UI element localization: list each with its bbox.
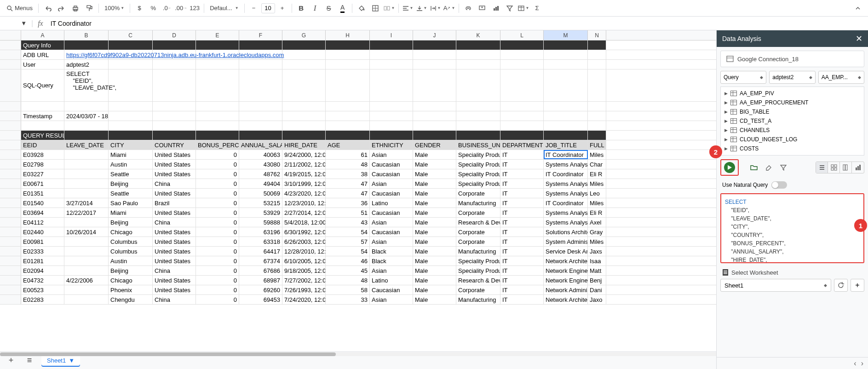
cell[interactable]: Caucasian bbox=[370, 189, 413, 198]
cell[interactable]: 3/10/1999, 12:00 bbox=[282, 179, 326, 188]
cell[interactable]: United States bbox=[153, 227, 196, 236]
cell[interactable]: Systems Analyst bbox=[544, 179, 588, 188]
cell[interactable]: 57 bbox=[326, 237, 370, 246]
row-header[interactable] bbox=[0, 69, 21, 101]
cell[interactable]: IT bbox=[500, 276, 544, 285]
cell[interactable]: IT bbox=[500, 179, 544, 188]
cell[interactable]: 0 bbox=[196, 169, 239, 179]
cell[interactable] bbox=[370, 50, 413, 59]
cell[interactable] bbox=[413, 69, 456, 101]
comment-button[interactable] bbox=[476, 2, 489, 15]
cell[interactable] bbox=[153, 69, 196, 101]
cell[interactable] bbox=[544, 131, 588, 140]
cell[interactable]: Miami bbox=[109, 208, 153, 217]
cell[interactable] bbox=[456, 111, 500, 121]
row-header[interactable] bbox=[0, 227, 21, 236]
cell[interactable]: User bbox=[21, 60, 64, 69]
cell[interactable]: IT bbox=[500, 150, 544, 159]
cell[interactable]: Matt bbox=[588, 266, 606, 275]
open-button[interactable] bbox=[749, 162, 759, 173]
cell[interactable] bbox=[196, 131, 239, 140]
row-header[interactable] bbox=[0, 295, 21, 304]
cell[interactable] bbox=[109, 102, 153, 111]
cell[interactable]: 0 bbox=[196, 295, 239, 304]
print-button[interactable] bbox=[69, 2, 82, 15]
cell[interactable]: E02798 bbox=[21, 160, 64, 169]
cell[interactable] bbox=[109, 121, 153, 130]
cell[interactable] bbox=[196, 102, 239, 111]
percent-button[interactable]: % bbox=[147, 2, 160, 15]
schema-select[interactable]: adptest2◆ bbox=[769, 71, 815, 84]
cell[interactable]: 48762 bbox=[239, 169, 282, 179]
cell[interactable]: GENDER bbox=[413, 140, 456, 150]
cell[interactable] bbox=[109, 69, 153, 101]
cell[interactable]: CITY bbox=[109, 140, 153, 150]
cell[interactable]: Dani bbox=[588, 285, 606, 294]
cell[interactable]: DEPARTMENT bbox=[500, 140, 544, 150]
cell[interactable]: 53215 bbox=[239, 198, 282, 208]
cell[interactable]: Male bbox=[413, 179, 456, 188]
cell[interactable] bbox=[413, 40, 456, 50]
row-header[interactable] bbox=[0, 285, 21, 294]
cell[interactable]: 48 bbox=[326, 160, 370, 169]
cell[interactable] bbox=[153, 40, 196, 50]
cell[interactable] bbox=[64, 150, 109, 159]
tree-item[interactable]: ▶COSTS bbox=[721, 144, 864, 153]
cell[interactable]: 5/4/2018, 12:00: bbox=[282, 218, 326, 227]
cell[interactable]: Seattle bbox=[109, 189, 153, 198]
cell[interactable] bbox=[21, 102, 64, 111]
cell[interactable]: IT bbox=[500, 285, 544, 294]
cell[interactable]: 2/27/2014, 12:00 bbox=[282, 208, 326, 217]
horizontal-scrollbar[interactable] bbox=[0, 352, 716, 356]
sheet-tab[interactable]: Sheet1▼ bbox=[41, 354, 80, 367]
cell[interactable]: Male bbox=[413, 169, 456, 179]
cell[interactable]: Austin bbox=[109, 256, 153, 265]
cell[interactable]: Male bbox=[413, 150, 456, 159]
cell[interactable]: LEAVE_DATE bbox=[64, 140, 109, 150]
cell[interactable]: Eli R bbox=[588, 208, 606, 217]
cell[interactable]: Speciality Produ bbox=[456, 179, 500, 188]
cell[interactable]: Male bbox=[413, 295, 456, 304]
cell[interactable]: E03694 bbox=[21, 208, 64, 217]
formula-input[interactable] bbox=[48, 20, 864, 27]
cell[interactable]: Miles bbox=[588, 237, 606, 246]
row-header[interactable] bbox=[0, 208, 21, 217]
cell[interactable]: E00671 bbox=[21, 179, 64, 188]
cell[interactable]: United States bbox=[153, 256, 196, 265]
cell[interactable]: Corporate bbox=[456, 227, 500, 236]
cell[interactable]: 12/23/2010, 12:0 bbox=[282, 198, 326, 208]
cell[interactable] bbox=[282, 69, 326, 101]
cell[interactable] bbox=[588, 111, 606, 121]
name-box[interactable]: ▼ bbox=[4, 20, 27, 27]
cell[interactable]: 0 bbox=[196, 256, 239, 265]
cell[interactable] bbox=[544, 60, 588, 69]
cell[interactable]: Chengdu bbox=[109, 295, 153, 304]
cell[interactable]: 47 bbox=[326, 189, 370, 198]
cell[interactable]: Male bbox=[413, 218, 456, 227]
column-header-H[interactable]: H bbox=[326, 30, 370, 40]
cell[interactable] bbox=[326, 69, 370, 101]
row-header[interactable] bbox=[0, 50, 21, 59]
cell[interactable]: Columbus bbox=[109, 237, 153, 246]
row-header[interactable] bbox=[0, 276, 21, 285]
cell[interactable] bbox=[370, 40, 413, 50]
cell[interactable]: BONUS_PERCENT bbox=[196, 140, 239, 150]
cell[interactable]: 0 bbox=[196, 266, 239, 275]
cell[interactable] bbox=[64, 295, 109, 304]
cell[interactable]: IT bbox=[500, 198, 544, 208]
cell[interactable]: IT bbox=[500, 227, 544, 236]
cell[interactable]: AGE bbox=[326, 140, 370, 150]
cell[interactable]: Network Adminis bbox=[544, 285, 588, 294]
cell[interactable]: IT bbox=[500, 266, 544, 275]
cell[interactable]: Beijing bbox=[109, 218, 153, 227]
cell[interactable]: Male bbox=[413, 247, 456, 256]
cell[interactable]: 59888 bbox=[239, 218, 282, 227]
cell[interactable]: Caucasian bbox=[370, 160, 413, 169]
currency-button[interactable]: $ bbox=[133, 2, 146, 15]
cell[interactable]: Latino bbox=[370, 276, 413, 285]
cell[interactable] bbox=[500, 102, 544, 111]
cell[interactable]: System Administ bbox=[544, 237, 588, 246]
cell[interactable] bbox=[64, 247, 109, 256]
cell[interactable]: Manufacturing bbox=[456, 295, 500, 304]
cell[interactable]: Black bbox=[370, 247, 413, 256]
